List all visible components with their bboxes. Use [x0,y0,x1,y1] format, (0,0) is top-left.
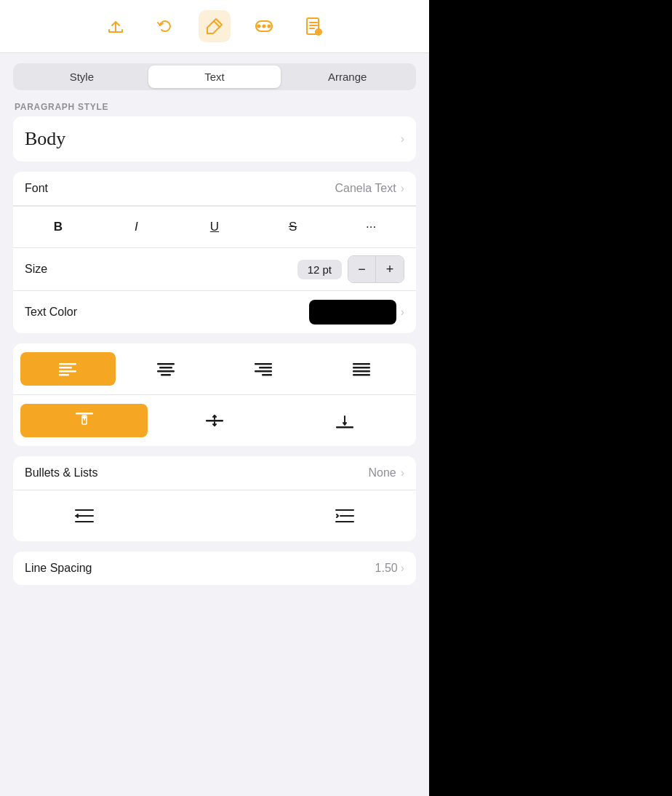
size-increment[interactable]: + [376,256,404,282]
svg-rect-12 [59,363,76,365]
svg-rect-24 [353,363,370,365]
svg-point-2 [258,25,260,28]
align-left-button[interactable] [20,352,116,386]
indent-row [13,490,416,541]
svg-rect-27 [353,374,370,376]
bullets-chevron: › [401,466,404,479]
document-icon[interactable] [297,10,329,42]
more-icon[interactable] [248,10,280,42]
text-color-row[interactable]: Text Color › [13,291,416,333]
valign-bottom-button[interactable] [281,404,409,437]
text-color-swatch[interactable] [309,300,396,325]
svg-rect-22 [255,370,272,373]
paragraph-style-row[interactable]: Body › [13,116,416,162]
share-icon[interactable] [100,10,132,42]
svg-rect-17 [159,367,172,369]
text-color-chevron: › [401,306,404,319]
paragraph-style-card: Body › [13,116,416,162]
size-decrement[interactable]: − [348,256,376,282]
paragraph-style-value: Body [25,128,401,150]
format-icon[interactable] [199,10,231,42]
indent-spacer [149,499,279,533]
bullets-value: None [368,466,396,479]
valign-top-button[interactable] [20,404,148,437]
paragraph-style-label: PARAGRAPH STYLE [0,90,429,116]
bullets-card: Bullets & Lists None › [13,456,416,541]
svg-rect-18 [157,370,175,373]
tab-text[interactable]: Text [148,65,281,88]
size-stepper: − + [348,255,404,283]
format-buttons-row: B I U S ··· [13,206,416,248]
right-panel [429,0,672,796]
svg-rect-13 [59,367,72,369]
svg-rect-23 [262,374,272,376]
italic-button[interactable]: I [121,214,151,240]
line-spacing-card: Line Spacing 1.50 › [13,552,416,585]
tab-arrange[interactable]: Arrange [281,65,414,88]
paragraph-style-chevron: › [401,132,404,146]
size-value: 12 pt [297,260,342,279]
svg-rect-21 [259,367,272,369]
svg-rect-25 [353,367,370,369]
font-chevron: › [401,182,404,195]
tab-bar: Style Text Arrange [13,63,416,90]
align-right-button[interactable] [216,352,311,386]
font-label: Font [25,182,335,195]
bold-button[interactable]: B [44,214,73,240]
size-label: Size [25,263,297,276]
line-spacing-value: 1.50 [375,562,398,575]
toolbar [0,0,429,53]
align-justify-button[interactable] [314,352,409,386]
line-spacing-row[interactable]: Line Spacing 1.50 › [13,552,416,585]
bullets-row[interactable]: Bullets & Lists None › [13,456,416,490]
size-row: Size 12 pt − + [13,248,416,291]
svg-rect-16 [157,363,175,365]
strikethrough-button[interactable]: S [279,214,308,240]
decrease-indent-button[interactable] [19,499,149,533]
alignment-card [13,343,416,446]
svg-rect-32 [336,426,353,429]
svg-point-4 [268,25,271,28]
svg-rect-28 [76,413,93,415]
align-center-button[interactable] [119,352,214,386]
font-value: Canela Text [335,182,396,195]
svg-rect-19 [161,374,171,376]
horizontal-alignment-row [13,343,416,395]
line-spacing-label: Line Spacing [25,562,375,575]
undo-icon[interactable] [149,10,181,42]
bullets-label: Bullets & Lists [25,466,368,479]
tab-style[interactable]: Style [15,65,148,88]
line-spacing-chevron: › [401,562,404,575]
svg-rect-14 [59,370,76,373]
increase-indent-button[interactable] [280,499,410,533]
vertical-alignment-row [13,395,416,446]
svg-rect-20 [255,363,272,365]
more-format-button[interactable]: ··· [356,214,385,240]
svg-rect-26 [353,370,370,373]
svg-point-11 [317,31,320,33]
font-row[interactable]: Font Canela Text › [13,172,416,206]
svg-rect-15 [59,374,69,376]
font-card: Font Canela Text › B I U S ··· Size 12 p… [13,172,416,333]
valign-middle-button[interactable] [151,404,278,437]
svg-point-3 [263,25,265,28]
text-color-label: Text Color [25,306,309,319]
underline-button[interactable]: U [200,214,229,240]
